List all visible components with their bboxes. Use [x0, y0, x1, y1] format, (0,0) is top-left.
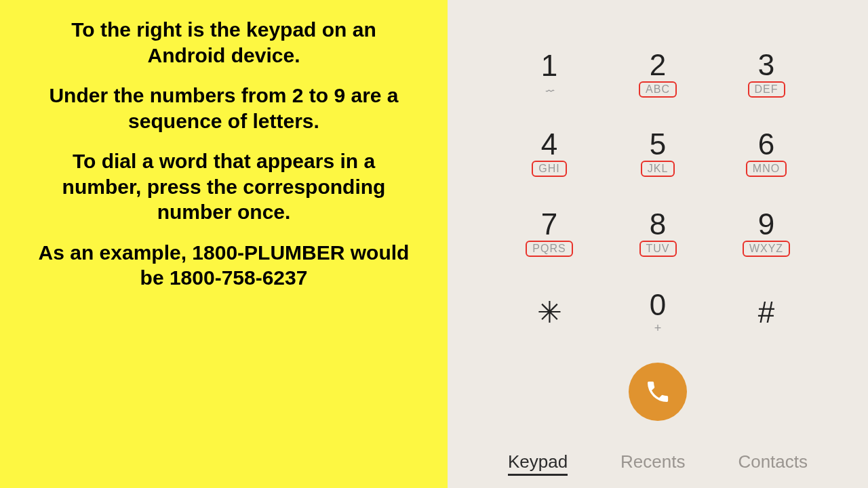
- instructions-panel: To the right is the keypad on an Android…: [0, 0, 448, 488]
- key-digit: 3: [758, 50, 774, 80]
- call-button[interactable]: [629, 363, 687, 421]
- key-digit: 1: [541, 51, 557, 81]
- key-letters: WXYZ: [743, 241, 790, 257]
- key-digit: 5: [650, 129, 666, 159]
- key-5[interactable]: 5 JKL: [604, 114, 712, 194]
- tab-contacts[interactable]: Contacts: [738, 451, 808, 476]
- key-digit: 4: [541, 129, 557, 159]
- key-7[interactable]: 7 PQRS: [495, 193, 604, 273]
- key-plus: +: [654, 321, 662, 336]
- key-digit: ✳: [537, 298, 562, 327]
- key-3[interactable]: 3 DEF: [712, 34, 821, 114]
- key-1[interactable]: 1 ⌇: [495, 34, 604, 114]
- key-letters: MNO: [746, 161, 787, 177]
- key-letters: DEF: [748, 81, 785, 98]
- key-digit: #: [758, 298, 774, 327]
- key-star[interactable]: ✳: [495, 273, 604, 353]
- instruction-para-4: As an example, 1800-PLUMBER would be 180…: [37, 240, 410, 291]
- key-digit: 6: [758, 129, 774, 159]
- key-digit: 8: [650, 209, 666, 239]
- key-8[interactable]: 8 TUV: [604, 193, 712, 273]
- instruction-para-3: To dial a word that appears in a number,…: [37, 148, 410, 225]
- key-letters: JKL: [641, 161, 675, 177]
- key-letters: TUV: [639, 241, 677, 257]
- keypad-grid: 1 ⌇ 2 ABC 3 DEF 4 GHI 5 JKL 6 MNO 7 PQRS…: [448, 34, 868, 352]
- key-letters: ABC: [639, 81, 677, 98]
- tab-recents[interactable]: Recents: [620, 451, 685, 476]
- key-digit: 0: [650, 290, 666, 320]
- phone-icon: [644, 378, 671, 405]
- key-4[interactable]: 4 GHI: [495, 114, 604, 194]
- key-9[interactable]: 9 WXYZ: [712, 193, 821, 273]
- key-hash[interactable]: #: [712, 273, 821, 353]
- key-6[interactable]: 6 MNO: [712, 114, 821, 194]
- voicemail-icon: ⌇: [543, 88, 556, 92]
- key-letters: PQRS: [526, 241, 572, 257]
- key-digit: 9: [758, 209, 774, 239]
- key-2[interactable]: 2 ABC: [604, 34, 712, 114]
- instruction-para-1: To the right is the keypad on an Android…: [37, 17, 410, 68]
- bottom-tabs: Keypad Recents Contacts: [448, 451, 868, 476]
- instruction-para-2: Under the numbers from 2 to 9 are a sequ…: [37, 83, 410, 134]
- key-digit: 2: [650, 50, 666, 80]
- tab-keypad[interactable]: Keypad: [508, 451, 568, 476]
- key-letters: GHI: [532, 161, 566, 177]
- key-digit: 7: [541, 209, 557, 239]
- call-button-container: [448, 363, 868, 421]
- key-0[interactable]: 0 +: [604, 273, 712, 353]
- phone-keypad-panel: 1 ⌇ 2 ABC 3 DEF 4 GHI 5 JKL 6 MNO 7 PQRS…: [448, 0, 868, 488]
